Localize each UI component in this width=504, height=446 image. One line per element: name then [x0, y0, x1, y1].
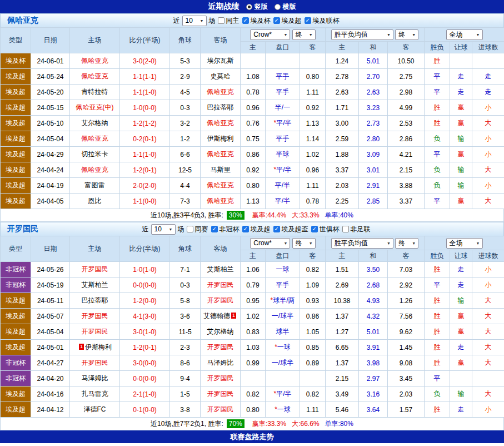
avg-away-cell: 9.08	[388, 355, 425, 371]
avg-away-cell: 4.99	[388, 100, 425, 116]
date-cell: 24-05-04	[31, 131, 70, 147]
filter-checkbox-同赛[interactable]: 同赛	[187, 225, 208, 234]
team-link: 开罗国民	[82, 265, 108, 273]
avg-selects-cell: 胜平负均值▼ 终▼	[326, 236, 425, 250]
filter-checkbox-埃及杯[interactable]: 埃及杯	[242, 16, 271, 26]
layout-radio-竖版[interactable]: 竖版	[246, 2, 268, 12]
goals-result-cell: 大	[472, 162, 504, 178]
avg-draw-cell: 3.09	[359, 147, 388, 162]
bookmaker-select[interactable]: Crow*▼	[250, 29, 290, 40]
away-odds-cell: 0.93	[300, 293, 326, 309]
league-type-cell: 埃及超	[1, 116, 31, 131]
matches-table: 类型 日期 主场 比分(半场) 角球 客场 Crow*▼ 终▼ 胜平负均值▼ 终…	[0, 27, 504, 209]
col-home: 主场	[70, 236, 120, 262]
checkbox-icon[interactable]	[242, 17, 249, 24]
league-filter-checkboxes: 同主埃及杯埃及超埃及联杯	[218, 16, 342, 26]
avg-home-cell: 2.03	[326, 178, 359, 194]
col-handicap-result: 让球	[450, 250, 472, 262]
score-cell: 1-1(1-0)	[120, 85, 170, 100]
filter-checkbox-世俱杯[interactable]: 世俱杯	[311, 225, 340, 234]
avg-away-cell: 2.03	[388, 386, 425, 402]
recent-count-select[interactable]: 10▼	[151, 224, 176, 235]
odds-time-select[interactable]: 终▼	[292, 238, 316, 249]
checkbox-icon[interactable]	[211, 226, 218, 232]
filter-checkbox-非足联[interactable]: 非足联	[342, 225, 371, 234]
handicap-result-cell: 赢	[450, 194, 472, 209]
avg-away-cell: 2.53	[388, 116, 425, 131]
league-type-cell: 非冠杯	[1, 277, 31, 293]
league-type-cell: 埃及超	[1, 131, 31, 147]
chevron-down-icon: ▼	[387, 33, 391, 37]
filter-checkbox-同主[interactable]: 同主	[218, 16, 239, 26]
layout-radio-横版[interactable]: 横版	[275, 2, 296, 12]
radio-icon[interactable]	[246, 4, 252, 10]
filter-checkbox-埃及超盃[interactable]: 埃及超盃	[273, 225, 308, 234]
home-odds-cell: 0.92	[241, 162, 266, 178]
corner-cell: 4-4	[170, 178, 201, 194]
avg-draw-cell: 5.01	[359, 324, 388, 340]
odds-selects-cell: Crow*▼ 终▼	[241, 28, 326, 42]
goals-result-cell: 大	[472, 293, 504, 309]
handicap-cell: 一/球半	[266, 355, 300, 371]
date-cell: 24-05-07	[31, 309, 70, 324]
checkbox-icon[interactable]	[305, 17, 311, 24]
team-link: 佩哈亚克	[207, 181, 234, 189]
checkbox-icon[interactable]	[311, 226, 318, 232]
scope-select[interactable]: 全场▼	[446, 29, 483, 40]
avg-time-select[interactable]: 终▼	[395, 29, 418, 40]
filter-checkbox-埃及超[interactable]: 埃及超	[273, 16, 302, 26]
home-odds-cell: 0.79	[241, 277, 266, 293]
avg-home-cell: 1.37	[326, 309, 359, 324]
avg-select[interactable]: 胜平负均值▼	[331, 238, 393, 249]
avg-draw-cell: 2.85	[359, 194, 388, 209]
avg-home-cell: 10.38	[326, 293, 359, 309]
home-team-cell: 马泽姆比	[70, 371, 120, 386]
bookmaker-select[interactable]: Crow*▼	[250, 238, 290, 249]
away-odds-cell: 1.11	[300, 85, 326, 100]
team-link: 佩哈亚克	[82, 72, 108, 80]
chevron-down-icon: ▼	[476, 33, 480, 37]
goals-result-cell: 小	[472, 262, 504, 277]
goals-result-cell: 小	[472, 100, 504, 116]
result-cell: 平	[425, 371, 450, 386]
checkbox-icon[interactable]	[273, 17, 280, 24]
handicap-cell: 平手	[266, 85, 300, 100]
checkbox-label: 世俱杯	[320, 225, 340, 234]
team-link: 佩哈亚克	[207, 88, 234, 96]
team-link: 艾德翰德	[203, 312, 230, 320]
filter-checkbox-埃及超[interactable]: 埃及超	[242, 225, 271, 234]
corner-cell: 2-9	[170, 69, 201, 85]
col-handicap: 盘口	[266, 250, 300, 262]
match-row: 埃及超24-04-24佩哈亚克1-2(0-1)12-5马斯里0.92*平/半0.…	[1, 162, 504, 178]
chevron-down-icon: ▼	[283, 241, 287, 245]
team-link: 佩哈亚克	[207, 197, 234, 205]
avg-time-select[interactable]: 终▼	[395, 238, 418, 249]
odds-time-select[interactable]: 终▼	[292, 29, 316, 40]
date-cell: 24-04-05	[31, 194, 70, 209]
odds-time-value: 终	[296, 239, 302, 248]
checkbox-icon[interactable]	[218, 17, 224, 24]
filter-checkbox-埃及联杯[interactable]: 埃及联杯	[305, 16, 340, 26]
score-cell: 1-1(1-1)	[120, 69, 170, 85]
goals-result-cell: 走	[472, 85, 504, 100]
away-team-cell: 史莫哈	[201, 69, 241, 85]
checkbox-icon[interactable]	[342, 226, 349, 232]
league-type-cell: 埃及超	[1, 340, 31, 355]
away-team-cell: 艾德翰德1	[201, 309, 241, 324]
avg-select[interactable]: 胜平负均值▼	[331, 29, 393, 40]
checkbox-icon[interactable]	[273, 226, 280, 232]
away-odds-cell: 0.78	[300, 194, 326, 209]
checkbox-icon[interactable]	[187, 226, 193, 232]
checkbox-label: 埃及杯	[251, 16, 271, 26]
handicap-text: 一/球半	[272, 312, 293, 320]
scope-select[interactable]: 全场▼	[446, 238, 483, 249]
section-header: 佩哈亚克 近 10▼ 场 同主埃及杯埃及超埃及联杯	[0, 13, 504, 27]
radio-icon[interactable]	[275, 4, 281, 10]
col-home: 主场	[70, 28, 120, 53]
avg-home-cell: 2.69	[326, 277, 359, 293]
checkbox-icon[interactable]	[242, 226, 249, 232]
avg-home-cell: 6.65	[326, 340, 359, 355]
filter-checkbox-非冠杯[interactable]: 非冠杯	[211, 225, 239, 234]
bottombar[interactable]: 联赛盘路走势	[0, 430, 504, 443]
recent-count-select[interactable]: 10▼	[182, 16, 207, 26]
